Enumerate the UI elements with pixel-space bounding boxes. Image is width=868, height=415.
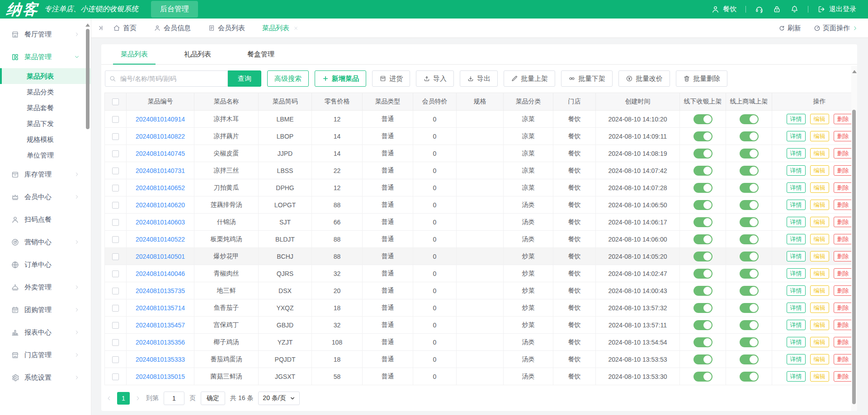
detail-button[interactable]: 详情	[787, 131, 806, 141]
offline-pos-toggle[interactable]	[693, 354, 712, 364]
online-mall-toggle[interactable]	[740, 337, 759, 347]
confirm-page-button[interactable]: 确定	[201, 392, 225, 405]
offline-pos-toggle[interactable]	[693, 183, 712, 193]
delete-button[interactable]: 删除	[834, 217, 853, 227]
online-mall-toggle[interactable]	[740, 200, 759, 210]
batch-on-shelf-button[interactable]: 批量上架	[504, 70, 555, 87]
sidebar-subitem-4[interactable]: 菜品下发	[0, 116, 91, 131]
scroll-up-arrow-icon[interactable]	[852, 68, 857, 73]
detail-button[interactable]: 详情	[787, 234, 806, 244]
online-mall-toggle[interactable]	[740, 183, 759, 193]
sidebar-subitem-5[interactable]: 规格模板	[0, 131, 91, 147]
sidebar-item-1[interactable]: 餐厅管理	[0, 23, 91, 46]
edit-button[interactable]: 编辑	[810, 131, 829, 141]
edit-button[interactable]: 编辑	[810, 303, 829, 313]
dish-id-link[interactable]: 20240810140914	[136, 116, 185, 123]
dish-id-link[interactable]: 20240810135714	[136, 304, 185, 312]
delete-button[interactable]: 删除	[834, 165, 853, 176]
page-size-select[interactable]: 20 条/页	[258, 392, 299, 405]
detail-button[interactable]: 详情	[787, 114, 806, 124]
online-mall-toggle[interactable]	[740, 149, 759, 159]
sidebar-item-12[interactable]: 系统设置	[0, 366, 91, 389]
detail-button[interactable]: 详情	[787, 251, 806, 261]
sidebar-subitem-1[interactable]: 菜品列表	[0, 68, 91, 84]
purchase-button[interactable]: 进货	[372, 70, 410, 87]
row-checkbox[interactable]	[112, 288, 119, 294]
next-page-button[interactable]	[135, 395, 141, 401]
edit-button[interactable]: 编辑	[810, 251, 829, 261]
sidebar-item-2[interactable]: 菜品管理	[0, 46, 91, 68]
export-button[interactable]: 导出	[460, 70, 498, 87]
detail-button[interactable]: 详情	[787, 148, 806, 159]
dish-id-link[interactable]: 20240810135356	[136, 339, 185, 346]
goto-page-input[interactable]	[164, 392, 184, 405]
current-user[interactable]: 餐饮	[711, 5, 736, 14]
detail-button[interactable]: 详情	[787, 320, 806, 330]
select-all-checkbox[interactable]	[112, 98, 119, 105]
online-mall-toggle[interactable]	[740, 166, 759, 176]
delete-button[interactable]: 删除	[834, 182, 853, 193]
row-checkbox[interactable]	[112, 253, 119, 260]
delete-button[interactable]: 删除	[834, 200, 853, 210]
offline-pos-toggle[interactable]	[693, 114, 712, 124]
delete-button[interactable]: 删除	[834, 354, 853, 364]
offline-pos-toggle[interactable]	[693, 149, 712, 159]
nav-backoffice-tab[interactable]: 后台管理	[151, 1, 198, 18]
offline-pos-toggle[interactable]	[693, 131, 712, 141]
tab-2[interactable]: 会员信息	[154, 24, 191, 33]
page-number-button[interactable]: 1	[117, 392, 130, 405]
edit-button[interactable]: 编辑	[810, 148, 829, 159]
row-checkbox[interactable]	[112, 133, 119, 140]
edit-button[interactable]: 编辑	[810, 182, 829, 193]
dish-id-link[interactable]: 20240810140620	[136, 201, 185, 209]
sidebar-item-4[interactable]: 会员中心	[0, 186, 91, 208]
online-mall-toggle[interactable]	[740, 217, 759, 227]
dish-id-link[interactable]: 20240810135735	[136, 287, 185, 294]
tab-4[interactable]: 菜品列表	[262, 24, 298, 33]
detail-button[interactable]: 详情	[787, 371, 806, 382]
edit-button[interactable]: 编辑	[810, 354, 829, 364]
edit-button[interactable]: 编辑	[810, 285, 829, 296]
row-checkbox[interactable]	[112, 236, 119, 243]
edit-button[interactable]: 编辑	[810, 371, 829, 382]
sidebar-subitem-2[interactable]: 菜品分类	[0, 84, 91, 100]
sidebar-item-11[interactable]: 门店管理	[0, 344, 91, 366]
dish-id-link[interactable]: 20240810140603	[136, 219, 185, 226]
detail-button[interactable]: 详情	[787, 337, 806, 347]
delete-button[interactable]: 删除	[834, 234, 853, 244]
tab-3[interactable]: 会员列表	[208, 24, 245, 33]
row-checkbox[interactable]	[112, 202, 119, 209]
sidebar-item-7[interactable]: 订单中心	[0, 253, 91, 276]
offline-pos-toggle[interactable]	[693, 320, 712, 330]
dish-id-link[interactable]: 20240810140731	[136, 167, 185, 174]
delete-button[interactable]: 删除	[834, 337, 853, 347]
dish-id-link[interactable]: 20240810135333	[136, 356, 185, 363]
detail-button[interactable]: 详情	[787, 182, 806, 193]
sidebar-item-10[interactable]: 报表中心	[0, 321, 91, 344]
row-checkbox[interactable]	[112, 116, 119, 123]
batch-delete-button[interactable]: 批量删除	[676, 70, 727, 87]
import-button[interactable]: 导入	[416, 70, 454, 87]
edit-button[interactable]: 编辑	[810, 268, 829, 279]
batch-reprice-button[interactable]: 批量改价	[618, 70, 670, 87]
online-mall-toggle[interactable]	[740, 286, 759, 296]
tab-1[interactable]: 首页	[113, 24, 137, 33]
batch-off-shelf-button[interactable]: 批量下架	[561, 70, 613, 87]
online-mall-toggle[interactable]	[740, 372, 759, 382]
advanced-search-button[interactable]: 高级搜索	[267, 70, 309, 87]
delete-button[interactable]: 删除	[834, 320, 853, 330]
sidebar-subitem-3[interactable]: 菜品套餐	[0, 100, 91, 116]
dish-id-link[interactable]: 20240810140652	[136, 184, 185, 191]
detail-button[interactable]: 详情	[787, 200, 806, 210]
offline-pos-toggle[interactable]	[693, 337, 712, 347]
headset-icon[interactable]	[755, 5, 764, 14]
dish-id-link[interactable]: 20240810135457	[136, 322, 185, 329]
row-checkbox[interactable]	[112, 373, 119, 380]
row-checkbox[interactable]	[112, 305, 119, 312]
edit-button[interactable]: 编辑	[810, 337, 829, 347]
sidebar-item-8[interactable]: 外卖管理	[0, 276, 91, 298]
row-checkbox[interactable]	[112, 219, 119, 226]
edit-button[interactable]: 编辑	[810, 200, 829, 210]
sidebar-item-9[interactable]: 团购管理	[0, 298, 91, 321]
edit-button[interactable]: 编辑	[810, 114, 829, 124]
